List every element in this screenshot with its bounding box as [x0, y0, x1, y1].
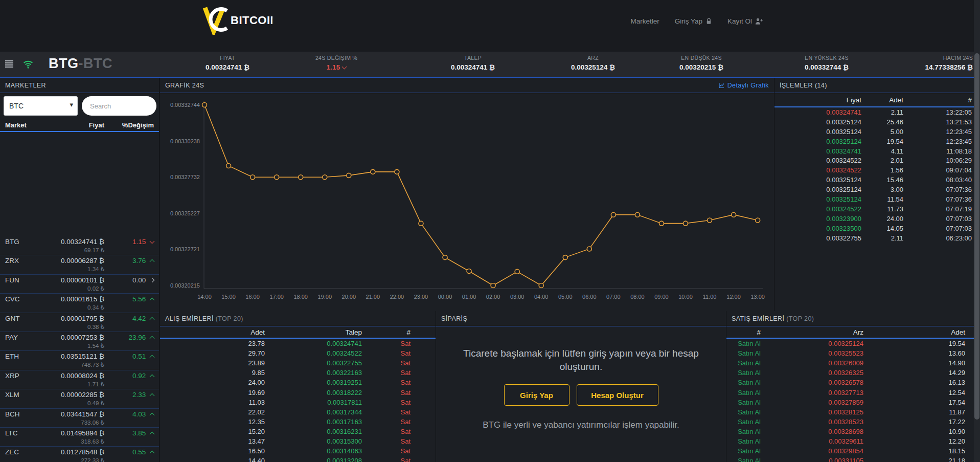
trade-time: 08:03:40 — [903, 176, 972, 184]
ask-price: 0.00325124 — [761, 340, 863, 347]
trade-price: 0.00325124 — [780, 195, 861, 203]
x-axis-tick: 02:00 — [486, 294, 500, 300]
market-row[interactable]: ZRX0.00006287 ₿3.76 1.34 ₺ — [0, 255, 159, 274]
brand-logo[interactable]: BITCOIN — [201, 5, 272, 37]
markets-sidebar: MARKETLER BTC Market Fiyat %Değişim BTG0… — [0, 78, 159, 462]
page-scrollbar-thumb[interactable] — [974, 53, 979, 420]
price-data-point — [732, 212, 736, 217]
market-row[interactable]: ETH0.03515121 ₿0.51 748.73 ₺ — [0, 351, 159, 370]
price-data-point — [395, 169, 399, 174]
buy-action-link[interactable]: Satın Al — [726, 428, 761, 435]
create-account-button[interactable]: Hesap Oluştur — [577, 384, 658, 406]
market-symbol: BTG — [5, 238, 41, 246]
market-price: 0.00001795 ₿ — [41, 315, 104, 322]
login-button[interactable]: Giriş Yap — [504, 384, 569, 406]
trades-panel-title: İŞLEMLER (14) — [774, 78, 974, 93]
nav-register[interactable]: Kayıt Ol — [727, 17, 763, 25]
sell-action-link[interactable]: Sat — [362, 447, 411, 455]
market-row[interactable]: XLM0.00002285 ₿2.33 0.49 ₺ — [0, 389, 159, 408]
market-row[interactable]: ZEC0.01278548 ₿0.55 272.33 ₺ — [0, 447, 159, 462]
market-row[interactable]: BCH0.03441547 ₿4.03 733.06 ₺ — [0, 409, 159, 428]
market-row[interactable]: XRP0.00008024 ₿0.92 1.71 ₺ — [0, 370, 159, 389]
col-bid-action: # — [362, 328, 411, 336]
col-bid-talep: Talep — [265, 328, 362, 336]
buy-action-link[interactable]: Satın Al — [726, 369, 761, 377]
bid-amount: 29.70 — [160, 349, 265, 357]
sell-action-link[interactable]: Sat — [362, 437, 411, 445]
market-row-line2: 1.54 ₺ — [5, 341, 154, 349]
page-scrollbar-track[interactable] — [974, 0, 980, 462]
market-row-line2: 748.73 ₺ — [5, 360, 154, 368]
trade-row: 0.0032512419.5412:23:45 — [774, 137, 974, 146]
buy-action-link[interactable]: Satın Al — [726, 379, 761, 386]
sell-action-link[interactable]: Sat — [362, 349, 411, 357]
market-row[interactable]: CVC0.00001615 ₿5.56 0.34 ₺ — [0, 294, 159, 313]
buy-action-link[interactable]: Satın Al — [726, 408, 761, 416]
ask-amount: 21.18 — [863, 457, 965, 462]
trade-time: 13:22:05 — [903, 108, 972, 116]
order-buttons: Giriş Yap Hesap Oluştur — [436, 384, 726, 406]
trade-price: 0.00325124 — [780, 176, 861, 184]
buy-orders-header: Adet Talep # — [160, 326, 436, 339]
market-row[interactable]: LTC0.01495894 ₿3.85 318.63 ₺ — [0, 428, 159, 447]
buy-orders-subtitle: (TOP 20) — [216, 315, 243, 322]
buy-action-link[interactable]: Satın Al — [726, 447, 761, 455]
detailed-chart-link[interactable]: Detaylı Grafik — [718, 78, 769, 93]
trade-price: 0.00325124 — [780, 138, 861, 145]
bid-price: 0.00317163 — [265, 418, 362, 426]
sell-action-link[interactable]: Sat — [362, 340, 411, 347]
sell-orders-panel: SATIŞ EMİRLERİ (TOP 20) # Arz Adet Satın… — [726, 311, 974, 462]
ticker-stat: HACİM 24S14.77338256 ₿ — [855, 55, 973, 71]
price-data-point — [611, 212, 616, 217]
buy-action-link[interactable]: Satın Al — [726, 399, 761, 406]
trade-row: 0.0032512415.4608:03:40 — [774, 175, 974, 185]
market-row[interactable]: GNT0.00001795 ₿4.42 0.38 ₺ — [0, 313, 159, 332]
price-data-point — [226, 164, 231, 168]
user-plus-icon — [755, 18, 763, 25]
sell-action-link[interactable]: Sat — [362, 389, 411, 397]
menu-icon[interactable] — [5, 60, 13, 69]
market-price: 0.00001615 ₿ — [41, 295, 104, 303]
ask-price: 0.00328698 — [761, 428, 863, 435]
market-fiat-value: 0.49 ₺ — [41, 399, 104, 407]
ask-amount: 14.29 — [863, 369, 965, 377]
market-row[interactable]: FUN0.00000101 ₿0.00 0.02 ₺ — [0, 275, 159, 294]
bid-amount: 11.03 — [160, 399, 265, 406]
nav-marketler[interactable]: Marketler — [630, 17, 659, 25]
sell-action-link[interactable]: Sat — [362, 379, 411, 386]
ticker-stat-label: ARZ — [534, 55, 652, 61]
ask-amount: 13.60 — [863, 349, 965, 357]
buy-action-link[interactable]: Satın Al — [726, 418, 761, 426]
ask-price: 0.00326578 — [761, 379, 863, 386]
sell-action-link[interactable]: Sat — [362, 408, 411, 416]
ticker-stat: ARZ0.00325124 ₿ — [534, 55, 652, 71]
ticker-stat: EN DÜŞÜK 24S0.00320215 ₿ — [643, 55, 760, 71]
buy-action-link[interactable]: Satın Al — [726, 389, 761, 397]
sell-action-link[interactable]: Sat — [362, 399, 411, 406]
ask-price: 0.00328125 — [761, 408, 863, 416]
sell-action-link[interactable]: Sat — [362, 369, 411, 377]
trade-time: 06:23:00 — [903, 234, 972, 242]
nav-login[interactable]: Giriş Yap — [675, 17, 712, 25]
market-row-line1: CVC0.00001615 ₿5.56 — [5, 295, 154, 303]
bid-price: 0.00316231 — [265, 428, 362, 435]
buy-action-link[interactable]: Satın Al — [726, 340, 761, 347]
market-symbol: ZEC — [5, 448, 41, 456]
trade-amount: 11.54 — [861, 195, 903, 203]
bid-amount: 24.00 — [160, 379, 265, 386]
market-change: 1.15 — [104, 238, 154, 246]
buy-action-link[interactable]: Satın Al — [726, 349, 761, 357]
market-row[interactable]: BTG0.00324741 ₿1.15 69.17 ₺ — [0, 236, 159, 255]
sell-action-link[interactable]: Sat — [362, 359, 411, 367]
sell-action-link[interactable]: Sat — [362, 428, 411, 435]
buy-action-link[interactable]: Satın Al — [726, 359, 761, 367]
buy-action-link[interactable]: Satın Al — [726, 457, 761, 462]
sell-action-link[interactable]: Sat — [362, 457, 411, 462]
price-data-point — [708, 218, 712, 223]
sell-action-link[interactable]: Sat — [362, 418, 411, 426]
buy-action-link[interactable]: Satın Al — [726, 437, 761, 445]
market-search-input[interactable] — [82, 96, 156, 116]
market-row-line1: FUN0.00000101 ₿0.00 — [5, 276, 154, 284]
quote-currency-select[interactable]: BTC — [4, 96, 78, 116]
market-row[interactable]: PAY0.00007253 ₿23.96 1.54 ₺ — [0, 332, 159, 351]
